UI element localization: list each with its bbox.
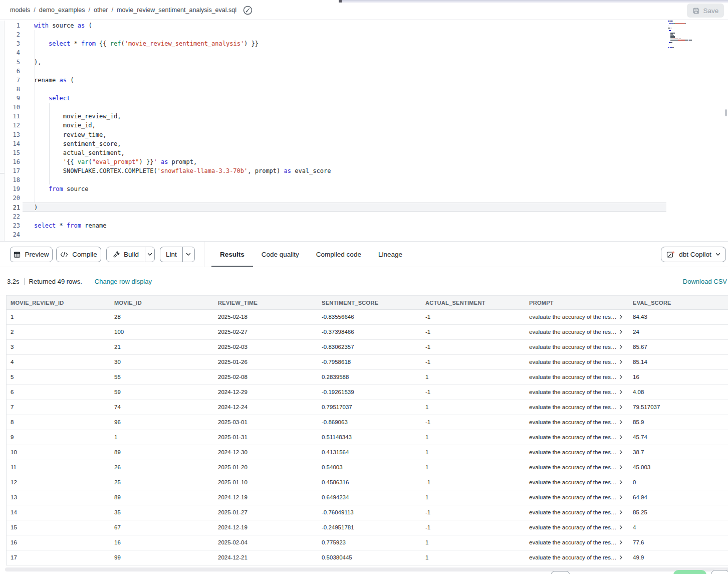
editor-top-scroll-thumb[interactable]	[339, 0, 342, 3]
tab-results[interactable]: Results	[211, 242, 253, 267]
prompt-cell[interactable]: evaluate the accuracy of the res…	[525, 535, 629, 550]
expand-chevron-icon[interactable]	[619, 480, 623, 485]
code-line[interactable]: )	[34, 203, 671, 212]
expand-chevron-icon[interactable]	[619, 420, 623, 425]
column-header: ACTUAL_SENTIMENT	[421, 296, 525, 309]
prompt-cell[interactable]: evaluate the accuracy of the res…	[525, 475, 629, 490]
download-csv-link[interactable]: Download CSV	[683, 278, 727, 285]
expand-chevron-icon[interactable]	[619, 435, 623, 440]
code-line[interactable]: with source as (	[34, 21, 671, 30]
code-line[interactable]	[34, 30, 671, 39]
expand-chevron-icon[interactable]	[619, 374, 623, 379]
code-line[interactable]: review_time,	[34, 130, 671, 139]
prompt-cell[interactable]: evaluate the accuracy of the res…	[525, 460, 629, 475]
lint-dropdown-toggle[interactable]	[182, 247, 194, 262]
prompt-cell[interactable]: evaluate the accuracy of the res…	[525, 385, 629, 400]
prompt-cell[interactable]: evaluate the accuracy of the res…	[525, 445, 629, 460]
prompt-cell[interactable]: evaluate the accuracy of the res…	[525, 550, 629, 565]
expand-chevron-icon[interactable]	[619, 390, 623, 395]
table-cell: 85.14	[629, 355, 728, 369]
table-cell: 13	[7, 490, 110, 505]
expand-chevron-icon[interactable]	[619, 344, 623, 349]
table-row: 5552025-02-080.28395881evaluate the accu…	[7, 370, 728, 385]
code-line[interactable]: SNOWFLAKE.CORTEX.COMPLETE('snowflake-lla…	[34, 166, 671, 175]
code-line[interactable]	[34, 194, 671, 203]
prompt-cell[interactable]: evaluate the accuracy of the res…	[525, 325, 629, 339]
save-button[interactable]: Save	[687, 4, 724, 18]
toolbar-divider	[204, 242, 204, 267]
code-line[interactable]: select * from rename	[34, 221, 671, 230]
prompt-cell[interactable]: evaluate the accuracy of the res…	[525, 490, 629, 505]
code-line[interactable]: movie_id,	[34, 121, 671, 130]
editor-vertical-scrollbar[interactable]	[725, 109, 727, 116]
bottom-partial-green-pill[interactable]	[673, 570, 706, 574]
results-table-header: MOVIE_REVIEW_IDMOVIE_IDREVIEW_TIMESENTIM…	[7, 295, 728, 310]
expand-chevron-icon[interactable]	[619, 495, 623, 500]
column-header: REVIEW_TIME	[214, 296, 318, 309]
code-line[interactable]: select * from {{ ref('movie_review_senti…	[34, 39, 671, 48]
code-line[interactable]	[34, 239, 671, 241]
sql-code-editor[interactable]: 1234567891011121314151617181920212223242…	[0, 21, 728, 241]
prompt-text: evaluate the accuracy of the res…	[529, 385, 617, 400]
code-line[interactable]	[34, 230, 671, 239]
compile-button[interactable]: Compile	[56, 247, 101, 262]
prompt-cell[interactable]: evaluate the accuracy of the res…	[525, 370, 629, 385]
code-minimap[interactable]	[668, 21, 723, 69]
code-line[interactable]: select	[34, 94, 671, 103]
build-dropdown-toggle[interactable]	[145, 247, 154, 262]
code-line[interactable]	[34, 48, 671, 57]
code-line[interactable]	[34, 67, 671, 76]
bottom-partial-button[interactable]	[551, 571, 570, 574]
format-file-icon[interactable]	[243, 6, 253, 15]
expand-chevron-icon[interactable]	[619, 540, 623, 545]
horizontal-scrollbar[interactable]	[5, 567, 728, 571]
expand-chevron-icon[interactable]	[619, 510, 623, 515]
code-line[interactable]: '{{ var("eval_prompt") }}' as prompt,	[34, 157, 671, 166]
editor-top-scroll-track[interactable]	[339, 0, 728, 3]
code-line[interactable]	[34, 103, 671, 112]
code-line[interactable]: actual_sentiment,	[34, 148, 671, 157]
tab-code-quality[interactable]: Code quality	[253, 242, 308, 267]
code-line[interactable]: sentiment_score,	[34, 139, 671, 148]
code-brackets-icon	[60, 252, 68, 258]
table-cell: 4	[7, 355, 110, 369]
expand-chevron-icon[interactable]	[619, 314, 623, 319]
expand-chevron-icon[interactable]	[619, 525, 623, 530]
prompt-cell[interactable]: evaluate the accuracy of the res…	[525, 355, 629, 369]
prompt-cell[interactable]: evaluate the accuracy of the res…	[525, 430, 629, 445]
expand-chevron-icon[interactable]	[619, 465, 623, 470]
prompt-cell[interactable]: evaluate the accuracy of the res…	[525, 340, 629, 354]
table-cell: 0	[629, 475, 728, 490]
table-cell: -1	[421, 325, 525, 339]
prompt-cell[interactable]: evaluate the accuracy of the res…	[525, 415, 629, 430]
change-row-display-link[interactable]: Change row display	[95, 278, 152, 285]
bottom-partial-button[interactable]	[711, 570, 728, 574]
code-line[interactable]: rename as (	[34, 76, 671, 85]
dbt-copilot-button[interactable]: dbt Copilot	[661, 247, 726, 262]
expand-chevron-icon[interactable]	[619, 329, 623, 334]
code-line[interactable]: from source	[34, 184, 671, 194]
prompt-cell[interactable]: evaluate the accuracy of the res…	[525, 520, 629, 535]
expand-chevron-icon[interactable]	[619, 555, 623, 560]
prompt-cell[interactable]: evaluate the accuracy of the res…	[525, 505, 629, 520]
prompt-cell[interactable]: evaluate the accuracy of the res…	[525, 400, 629, 415]
code-line[interactable]	[34, 212, 671, 221]
prompt-cell[interactable]: evaluate the accuracy of the res…	[525, 310, 629, 324]
table-row: 4302025-01-26-0.7958618-1evaluate the ac…	[7, 355, 728, 370]
expand-chevron-icon[interactable]	[619, 450, 623, 455]
status-divider	[24, 278, 25, 285]
tab-compiled-code[interactable]: Compiled code	[308, 242, 370, 267]
preview-button[interactable]: Preview	[10, 247, 53, 262]
tab-lineage[interactable]: Lineage	[370, 242, 411, 267]
code-line[interactable]: movie_review_id,	[34, 112, 671, 121]
build-button[interactable]: Build	[107, 247, 145, 262]
table-cell: 67	[110, 520, 214, 535]
lint-button[interactable]: Lint	[160, 247, 182, 262]
table-cell: 0.6494234	[318, 490, 421, 505]
code-line[interactable]	[34, 175, 671, 184]
code-lines[interactable]: with source as ( select * from {{ ref('m…	[0, 21, 671, 241]
code-line[interactable]	[34, 85, 671, 94]
code-line[interactable]: ),	[34, 58, 671, 67]
expand-chevron-icon[interactable]	[619, 359, 623, 364]
expand-chevron-icon[interactable]	[619, 405, 623, 410]
